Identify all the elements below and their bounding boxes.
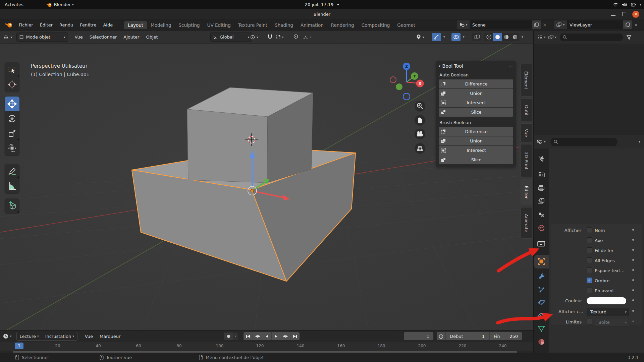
auto-slice-button[interactable]: Slice <box>439 108 513 117</box>
en-avant-checkbox[interactable] <box>587 288 592 293</box>
fil-de-fer-checkbox[interactable] <box>587 247 592 253</box>
scene-tab[interactable] <box>538 212 545 218</box>
menu-ajouter[interactable]: Ajouter <box>120 35 143 40</box>
constraints-tab[interactable] <box>537 312 545 319</box>
tab-layout[interactable]: Layout <box>124 21 147 29</box>
keying-set-dropdown[interactable]: ▾ <box>233 333 238 340</box>
limites-dropdown[interactable]: Boîte▾ <box>595 318 629 326</box>
animate-dot[interactable] <box>632 289 634 291</box>
next-keyframe-button[interactable] <box>281 332 290 340</box>
menu-aide[interactable]: Aide <box>100 22 116 27</box>
system-menu-chevron-icon[interactable]: ▾ <box>640 3 641 6</box>
falloff-dropdown[interactable]: ▾ <box>303 35 312 40</box>
animate-dot[interactable] <box>632 259 634 261</box>
tab-sculpting[interactable]: Sculpting <box>175 21 203 29</box>
render-tab[interactable] <box>538 171 545 178</box>
particles-tab[interactable] <box>538 286 545 293</box>
add-cube-tool[interactable] <box>5 198 19 213</box>
cube-object[interactable] <box>187 87 313 183</box>
shading-rendered-button[interactable] <box>511 33 519 41</box>
output-tab[interactable] <box>538 185 545 191</box>
menu-vue[interactable]: Vue <box>71 35 86 40</box>
tab-outil[interactable]: Outil <box>521 99 532 121</box>
cursor-tool[interactable] <box>5 77 19 92</box>
tab-animate[interactable]: Animate <box>521 207 532 239</box>
shading-solid-button[interactable] <box>493 33 502 41</box>
new-scene-button[interactable] <box>532 20 541 29</box>
object-tab[interactable] <box>538 258 545 265</box>
afficher-comme-dropdown[interactable]: Texturé▾ <box>587 308 629 316</box>
unlink-scene-button[interactable]: × <box>541 22 549 27</box>
animate-dot[interactable] <box>632 269 634 271</box>
animate-dot[interactable] <box>632 249 634 251</box>
move-tool[interactable] <box>5 97 19 111</box>
play-reverse-button[interactable] <box>262 332 272 340</box>
menu-objet[interactable]: Objet <box>143 35 161 40</box>
maximize-button[interactable] <box>622 12 626 16</box>
menu-fenetre[interactable]: Fenêtre <box>76 22 100 27</box>
current-frame-field[interactable]: 1 <box>404 332 433 340</box>
rotate-tool[interactable] <box>5 111 19 126</box>
brush-difference-button[interactable]: Difference <box>439 127 513 136</box>
timeline-menu-vue[interactable]: Vue <box>82 334 96 339</box>
editor-type-button[interactable]: ▾ <box>3 34 12 40</box>
tab-animation[interactable]: Animation <box>297 21 327 29</box>
properties-search[interactable] <box>550 138 618 146</box>
tab-element[interactable]: Élément <box>521 64 532 97</box>
object-visibility-dropdown[interactable]: ▾ <box>416 34 424 40</box>
playhead[interactable]: 1 <box>15 343 23 349</box>
proportional-editing-toggle[interactable] <box>293 34 299 40</box>
minimize-button[interactable] <box>611 12 615 16</box>
physics-tab[interactable] <box>537 299 545 306</box>
auto-keying-button[interactable] <box>224 333 233 340</box>
scene-selector[interactable]: ▾ Scene × <box>457 20 549 29</box>
gizmo-toggle[interactable] <box>432 33 441 41</box>
animate-dot[interactable] <box>632 299 634 301</box>
tab-modeling[interactable]: Modeling <box>147 21 175 29</box>
select-box-tool[interactable] <box>5 62 19 77</box>
transform-tool[interactable] <box>5 141 19 156</box>
couleur-swatch[interactable] <box>587 297 626 304</box>
tab-uv-editing[interactable]: UV Editing <box>204 21 234 29</box>
outliner-editor-button[interactable]: ▾ <box>537 35 546 40</box>
start-frame-field[interactable]: Début 1 <box>446 332 490 340</box>
timeline-menu-marqueur[interactable]: Marqueur <box>96 334 124 339</box>
filter-dropdown-icon[interactable]: ▾ <box>639 140 640 143</box>
viewlayer-selector[interactable]: ▾ ViewLayer × <box>554 20 640 29</box>
play-button[interactable] <box>272 332 281 340</box>
jump-to-start-button[interactable] <box>244 332 253 340</box>
xray-toggle[interactable] <box>472 33 481 41</box>
activities-button[interactable]: Activités <box>5 2 23 7</box>
world-tab[interactable] <box>538 224 545 232</box>
menu-fichier[interactable]: Fichier <box>15 22 37 27</box>
object-data-tab[interactable] <box>538 325 545 332</box>
menu-selectionner[interactable]: Sélectionner <box>86 35 120 40</box>
menu-rendu[interactable]: Rendu <box>56 22 76 27</box>
timeline-editor-button[interactable]: ▾ <box>3 333 12 339</box>
timeline-ruler[interactable]: 2040 6080 100120 140160 180200 220240 1 <box>0 342 533 351</box>
brush-slice-button[interactable]: Slice <box>439 155 513 164</box>
measure-tool[interactable] <box>5 179 19 193</box>
filter-icon[interactable] <box>626 35 632 40</box>
prev-keyframe-button[interactable] <box>253 332 262 340</box>
brush-union-button[interactable]: Union <box>439 136 513 145</box>
animate-dot[interactable] <box>632 239 634 241</box>
auto-difference-button[interactable]: Difference <box>439 79 513 88</box>
scale-tool[interactable] <box>5 126 19 141</box>
shading-wireframe-button[interactable] <box>484 33 493 41</box>
tab-geometry-nodes[interactable]: Geomet <box>393 21 419 29</box>
bool-tool-title[interactable]: Bool Tool <box>442 63 463 69</box>
orientation-dropdown[interactable]: Global▾ <box>210 33 252 42</box>
collection-tab[interactable] <box>537 241 545 247</box>
pivot-dropdown[interactable]: ▾ <box>250 35 258 40</box>
nom-checkbox[interactable] <box>587 227 592 233</box>
animate-dot[interactable] <box>632 279 634 281</box>
auto-intersect-button[interactable]: Intersect <box>439 98 513 107</box>
drag-handle[interactable]: ⠿⠿ <box>509 64 513 68</box>
tab-3d-print[interactable]: 3D-Print <box>521 144 532 177</box>
all-edges-checkbox[interactable] <box>587 257 592 263</box>
brush-intersect-button[interactable]: Intersect <box>439 146 513 155</box>
ombre-checkbox[interactable]: ✓ <box>587 278 592 283</box>
mode-dropdown[interactable]: Mode objet▾ <box>16 33 68 42</box>
properties-editor-button[interactable]: ▾ <box>536 139 546 144</box>
